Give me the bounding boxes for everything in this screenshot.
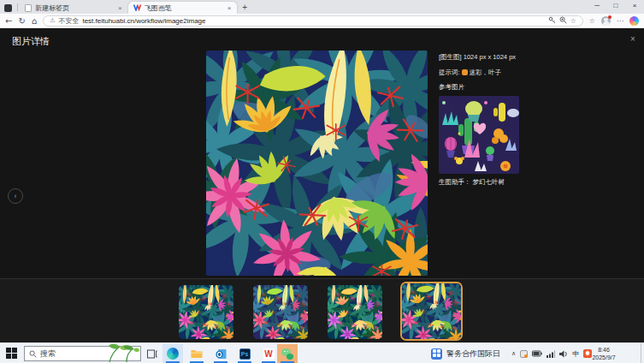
security-label: 不安全: [58, 16, 79, 26]
screenshot-tool-icon[interactable]: [520, 350, 528, 358]
mode-size-line: [图生图] 1024 px x 1024 px: [439, 54, 524, 61]
browser-toolbar: ← ↻ ⌂ ⚠ 不安全 test.feituhuabi.cn/workflow/…: [0, 14, 644, 28]
show-desktop-button[interactable]: [641, 343, 644, 363]
profile-avatar[interactable]: [601, 16, 611, 26]
assistant-line: 生图助手： 梦幻七叶树: [439, 178, 505, 187]
collections-icon[interactable]: ☆: [589, 17, 595, 25]
home-button[interactable]: ⌂: [32, 16, 37, 26]
modal-close-icon[interactable]: ×: [628, 34, 638, 44]
file-explorer-icon: [191, 348, 203, 359]
taskbar-app-wechat[interactable]: [277, 344, 298, 363]
prompt-label: 提示词:: [439, 69, 460, 76]
back-button[interactable]: ←: [5, 16, 12, 26]
outlook-icon: [216, 348, 227, 360]
tray-expand-icon[interactable]: ∧: [511, 350, 516, 357]
system-tray: ∧ 中: [511, 347, 592, 360]
taskbar-app-photoshop[interactable]: Ps: [234, 344, 255, 363]
url-text: test.feituhuabi.cn/workflow/image2image: [82, 17, 544, 25]
widget-icon: [431, 348, 442, 360]
minimize-button[interactable]: ─: [588, 0, 606, 12]
browser-tab-bar: 新建标签页 × 飞图画笔 × + ─ □ ×: [0, 0, 644, 14]
taskbar-app-outlook[interactable]: [210, 344, 231, 363]
page-favicon-icon: [25, 4, 32, 12]
taskbar-app-edge[interactable]: [162, 344, 183, 363]
battery-icon[interactable]: [532, 350, 542, 357]
favorite-star-icon[interactable]: ☆: [570, 17, 576, 25]
previous-image-button[interactable]: ‹: [8, 188, 23, 204]
zoom-icon[interactable]: [559, 16, 567, 26]
reference-label: 参考图片: [439, 84, 524, 91]
maximize-button[interactable]: □: [606, 0, 625, 12]
reference-image[interactable]: [439, 96, 519, 174]
assistant-label: 生图助手：: [439, 178, 471, 186]
notification-dot: [608, 15, 612, 19]
window-controls: ─ □ ×: [588, 0, 644, 12]
tab-title: 新建标签页: [35, 3, 114, 13]
search-highlight-leaves-icon[interactable]: [101, 343, 140, 362]
edge-icon: [167, 348, 179, 360]
new-tab-button[interactable]: +: [242, 3, 247, 12]
tab-close-icon[interactable]: ×: [227, 4, 233, 12]
feituhuabi-favicon-icon: [133, 4, 141, 11]
copilot-icon[interactable]: [629, 16, 639, 26]
image-detail-modal: 图片详情 × ‹ [图生图] 1024 px x 1024 px 提示词: 迷彩…: [0, 28, 644, 342]
task-view-button[interactable]: [146, 348, 158, 360]
close-window-button[interactable]: ×: [625, 0, 644, 12]
search-placeholder: 搜索: [40, 348, 56, 360]
news-widget[interactable]: 警务合作国际日: [431, 346, 500, 361]
wps-icon: W: [263, 348, 275, 360]
refresh-button[interactable]: ↻: [18, 16, 25, 26]
tab-actions-icon: [4, 4, 12, 12]
thumbnail-3[interactable]: [328, 285, 382, 339]
prompt-line: 提示词: 迷彩，叶子: [439, 69, 524, 76]
thumbnail-2[interactable]: [253, 285, 308, 339]
assistant-value[interactable]: 梦幻七叶树: [473, 178, 505, 186]
windows-taskbar: 搜索 Ps W: [0, 342, 644, 363]
network-icon[interactable]: [547, 350, 555, 358]
tab-feituhuabi[interactable]: 飞图画笔 ×: [128, 2, 238, 14]
screen: 新建标签页 × 飞图画笔 × + ─ □ × ← ↻ ⌂ ⚠ 不安全 test.…: [0, 0, 644, 363]
volume-icon[interactable]: [559, 350, 568, 358]
tab-close-icon[interactable]: ×: [117, 4, 123, 12]
wechat-icon: [281, 348, 293, 360]
ime-indicator[interactable]: 中: [572, 349, 579, 359]
tab-title: 飞图画笔: [145, 3, 223, 13]
taskbar-app-file-explorer[interactable]: [186, 344, 207, 363]
thumbnail-1[interactable]: [179, 285, 233, 339]
generated-image[interactable]: [206, 51, 428, 276]
prompt-token-icon[interactable]: [462, 69, 468, 75]
taskbar-app-wps[interactable]: W: [258, 344, 279, 363]
taskbar-clock[interactable]: 8:46 2025/9/7: [583, 346, 624, 361]
clock-time: 8:46: [583, 346, 624, 354]
not-secure-warning-icon: ⚠: [50, 17, 55, 24]
prompt-text: 迷彩，叶子: [470, 69, 502, 76]
start-button[interactable]: [6, 348, 17, 359]
tab-separator: [17, 3, 18, 11]
search-icon: [29, 350, 37, 358]
address-bar[interactable]: ⚠ 不安全 test.feituhuabi.cn/workflow/image2…: [43, 15, 583, 27]
password-key-icon[interactable]: [548, 16, 556, 26]
thumbnail-strip: [0, 278, 644, 342]
more-menu-icon[interactable]: ⋯: [617, 17, 623, 25]
image-meta-panel: [图生图] 1024 px x 1024 px 提示词: 迷彩，叶子 参考图片: [439, 54, 524, 99]
widget-headline: 警务合作国际日: [446, 348, 500, 360]
modal-title: 图片详情: [12, 35, 50, 48]
thumbnail-4-selected[interactable]: [400, 282, 463, 341]
clock-date: 2025/9/7: [583, 354, 624, 361]
tab-new-tab-page[interactable]: 新建标签页 ×: [20, 2, 128, 14]
photoshop-icon: Ps: [239, 348, 251, 360]
tab-actions-button[interactable]: [0, 2, 15, 14]
